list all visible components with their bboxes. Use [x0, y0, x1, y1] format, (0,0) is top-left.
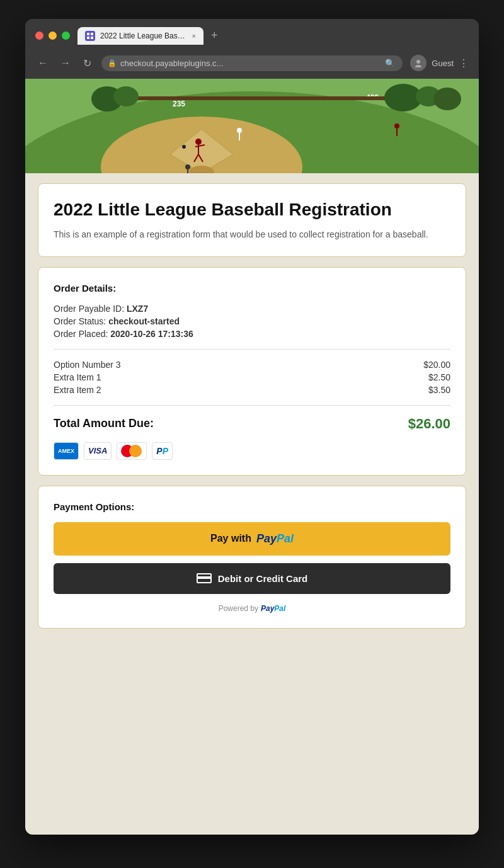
powered-paypal-blue: Pay — [261, 604, 274, 613]
paypal-btn-prefix: Pay with — [210, 533, 251, 544]
event-info-card: 2022 Little League Baseball Registration… — [38, 183, 466, 257]
profile-avatar[interactable] — [410, 55, 427, 71]
order-placed-label: Order Placed: — [54, 329, 108, 339]
line-item: Extra Item 1 $2.50 — [54, 372, 450, 382]
svg-point-23 — [237, 128, 242, 133]
lock-icon: 🔒 — [108, 59, 117, 67]
browser-window: 2022 Little League Baseball Re × + ← → ↻… — [25, 19, 479, 835]
forward-button[interactable]: → — [58, 56, 73, 70]
total-row: Total Amount Due: $26.00 — [54, 416, 450, 432]
svg-rect-0 — [87, 33, 89, 35]
page-content: 2022 Little League Baseball Registration… — [25, 183, 479, 658]
powered-prefix: Powered by — [219, 604, 258, 613]
active-tab[interactable]: 2022 Little League Baseball Re × — [77, 27, 203, 45]
profile-label: Guest — [432, 59, 454, 68]
hero-image: 235 400 — [25, 79, 479, 173]
svg-point-32 — [433, 88, 461, 110]
svg-rect-2 — [87, 37, 89, 39]
line-item: Option Number 3 $20.00 — [54, 360, 450, 370]
visa-icon: VISA — [84, 442, 112, 460]
event-description: This is an example of a registration for… — [54, 228, 450, 241]
svg-point-4 — [416, 60, 420, 64]
address-bar-input[interactable]: 🔒 checkout.payableplugins.c... 🔍 — [101, 55, 403, 71]
divider-top — [54, 349, 450, 350]
item-price: $3.50 — [428, 385, 450, 395]
menu-icon[interactable]: ⋮ — [459, 57, 469, 69]
tab-favicon — [85, 31, 95, 41]
credit-card-icon — [197, 573, 212, 583]
minimize-button[interactable] — [49, 31, 57, 40]
order-id-label: Order Payable ID: — [54, 304, 124, 314]
paypal-small-icon: PP — [152, 442, 173, 460]
item-name: Option Number 3 — [54, 360, 121, 370]
tab-bar: 2022 Little League Baseball Re × + — [77, 26, 469, 45]
order-details-title: Order Details: — [54, 283, 450, 294]
svg-point-27 — [182, 145, 186, 149]
traffic-lights — [35, 31, 70, 40]
paypal-brand-light: Pal — [277, 532, 294, 545]
url-text: checkout.payableplugins.c... — [120, 59, 223, 68]
paypal-button[interactable]: Pay with PayPal — [54, 522, 450, 556]
line-items: Option Number 3 $20.00 Extra Item 1 $2.5… — [54, 360, 450, 395]
item-price: $20.00 — [423, 360, 450, 370]
order-status-value: checkout-started — [108, 316, 180, 326]
order-placed-value: 2020-10-26 17:13:36 — [110, 329, 193, 339]
address-bar: ← → ↻ 🔒 checkout.payableplugins.c... 🔍 G… — [25, 50, 479, 79]
search-icon: 🔍 — [385, 59, 395, 68]
debit-credit-button[interactable]: Debit or Credit Card — [54, 563, 450, 594]
svg-point-5 — [415, 65, 421, 67]
svg-point-25 — [394, 123, 399, 128]
powered-by: Powered by PayPal — [54, 604, 450, 613]
tab-close-button[interactable]: × — [192, 32, 196, 40]
order-status-row: Order Status: checkout-started — [54, 316, 450, 326]
svg-text:235: 235 — [173, 100, 185, 108]
amex-icon: AMEX — [54, 442, 79, 460]
svg-point-16 — [195, 139, 202, 145]
order-details-card: Order Details: Order Payable ID: LXZ7 Or… — [38, 267, 466, 476]
tab-title: 2022 Little League Baseball Re — [100, 31, 187, 40]
divider-bottom — [54, 405, 450, 406]
back-button[interactable]: ← — [35, 56, 50, 70]
line-item: Extra Item 2 $3.50 — [54, 385, 450, 395]
profile-area: Guest ⋮ — [410, 55, 469, 71]
browser-content: 235 400 — [25, 79, 479, 835]
svg-point-21 — [185, 164, 190, 169]
total-amount: $26.00 — [408, 416, 450, 432]
order-placed-row: Order Placed: 2020-10-26 17:13:36 — [54, 329, 450, 339]
svg-point-29 — [113, 86, 139, 106]
order-id-row: Order Payable ID: LXZ7 — [54, 304, 450, 314]
item-name: Extra Item 2 — [54, 385, 101, 395]
total-label: Total Amount Due: — [54, 417, 154, 430]
event-title: 2022 Little League Baseball Registration — [54, 199, 450, 220]
svg-rect-15 — [94, 96, 410, 100]
payment-options-card: Payment Options: Pay with PayPal Debit o… — [38, 486, 466, 629]
order-status-label: Order Status: — [54, 316, 106, 326]
payment-options-title: Payment Options: — [54, 501, 450, 512]
item-name: Extra Item 1 — [54, 372, 101, 382]
svg-rect-1 — [91, 33, 93, 35]
close-button[interactable] — [35, 31, 43, 40]
svg-rect-3 — [91, 37, 93, 39]
powered-paypal-light: Pal — [274, 604, 285, 613]
order-id-value: LXZ7 — [127, 304, 148, 314]
paypal-brand-blue: Pay — [256, 532, 277, 545]
mastercard-icon — [117, 442, 147, 460]
reload-button[interactable]: ↻ — [81, 56, 94, 71]
browser-titlebar: 2022 Little League Baseball Re × + — [25, 19, 479, 50]
payment-icons: AMEX VISA PP — [54, 442, 450, 460]
new-tab-button[interactable]: + — [206, 26, 223, 45]
item-price: $2.50 — [428, 372, 450, 382]
debit-btn-label: Debit or Credit Card — [218, 573, 308, 584]
fullscreen-button[interactable] — [62, 31, 70, 40]
